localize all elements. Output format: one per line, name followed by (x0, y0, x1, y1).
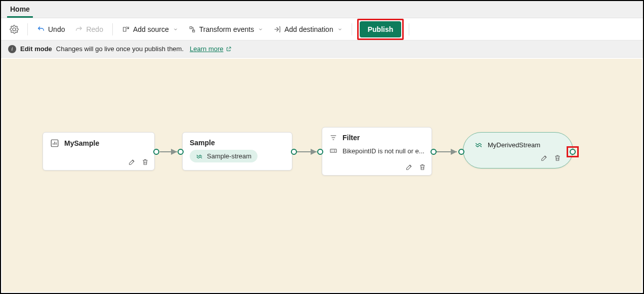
transform-events-button[interactable]: Transform events (184, 21, 267, 37)
redo-label: Redo (86, 25, 103, 33)
bar-chart-icon (50, 139, 59, 148)
undo-icon (37, 25, 45, 33)
port-in-filter[interactable] (317, 149, 323, 155)
toolbar-divider (112, 23, 113, 35)
delete-icon[interactable] (553, 154, 562, 162)
node-sample-title: Sample (190, 139, 215, 147)
flow-canvas[interactable]: MySample Sample Sample-stream Filter Bik… (2, 59, 642, 292)
add-source-label: Add source (133, 25, 169, 33)
tab-bar: Home (1, 1, 643, 18)
transform-icon (188, 25, 196, 33)
edit-mode-label: Edit mode (20, 45, 52, 53)
node-destination[interactable]: MyDerivedStream (463, 132, 573, 169)
filter-icon (329, 134, 337, 142)
chevron-down-icon (337, 27, 342, 32)
gear-icon (10, 25, 19, 34)
port-in-sample[interactable] (178, 149, 184, 155)
undo-label: Undo (48, 25, 65, 33)
learn-more-link[interactable]: Learn more (190, 45, 231, 53)
transform-events-label: Transform events (199, 25, 254, 33)
tab-home[interactable]: Home (7, 1, 33, 18)
node-destination-title: MyDerivedStream (488, 141, 540, 149)
add-source-button[interactable]: Add source (118, 21, 182, 37)
undo-button[interactable]: Undo (33, 21, 69, 37)
node-mysample-title: MySample (64, 139, 99, 147)
port-out-mysample[interactable] (153, 149, 159, 155)
edit-icon[interactable] (405, 163, 413, 171)
toolbar-divider (409, 23, 409, 35)
add-destination-icon (273, 25, 281, 33)
chevron-down-icon (173, 27, 178, 32)
add-destination-button[interactable]: Add destination (269, 21, 347, 37)
toolbar: Undo Redo Add source Transform events Ad… (1, 18, 643, 40)
add-destination-label: Add destination (284, 25, 333, 33)
node-filter-expr: BikepointID is not null or e... (342, 147, 424, 155)
external-link-icon (226, 46, 232, 52)
publish-button[interactable]: Publish (360, 21, 402, 37)
node-filter-title: Filter (342, 134, 360, 142)
node-mysample[interactable]: MySample (42, 132, 155, 171)
node-sample[interactable]: Sample Sample-stream (182, 132, 292, 171)
port-out-sample[interactable] (291, 149, 297, 155)
info-message: Changes will go live once you publish th… (56, 45, 184, 53)
publish-highlight: Publish (357, 19, 404, 40)
node-filter[interactable]: Filter BikepointID is not null or e... (322, 127, 432, 176)
delete-icon[interactable] (418, 163, 426, 171)
publish-label: Publish (368, 25, 394, 33)
svg-rect-1 (330, 149, 336, 153)
delete-icon[interactable] (141, 158, 149, 166)
stream-icon (475, 141, 483, 149)
port-out-filter[interactable] (431, 149, 437, 155)
stream-icon (196, 153, 203, 160)
toolbar-divider (352, 23, 352, 35)
port-highlight (567, 146, 579, 157)
redo-icon (75, 25, 83, 33)
add-source-icon (122, 25, 130, 33)
toolbar-divider (27, 23, 28, 35)
settings-button[interactable] (6, 21, 22, 37)
port-in-destination[interactable] (458, 149, 464, 155)
chevron-down-icon (258, 27, 263, 32)
info-icon: i (8, 45, 16, 53)
info-bar: i Edit mode Changes will go live once yo… (1, 40, 643, 58)
learn-more-label: Learn more (190, 45, 223, 53)
redo-button[interactable]: Redo (71, 21, 107, 37)
chip-sample-stream-label: Sample-stream (207, 152, 251, 160)
expression-icon (329, 147, 337, 155)
edit-icon[interactable] (540, 154, 548, 162)
edit-icon[interactable] (128, 158, 136, 166)
chip-sample-stream[interactable]: Sample-stream (190, 150, 257, 162)
